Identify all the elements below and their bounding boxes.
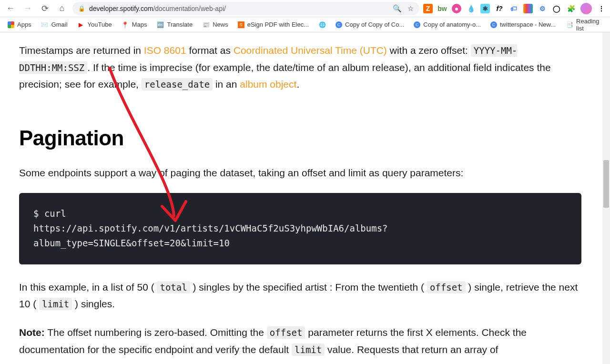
star-icon[interactable]: ☆ bbox=[407, 4, 414, 13]
text: in an bbox=[213, 79, 240, 90]
timestamps-paragraph: Timestamps are returned in ISO 8601 form… bbox=[19, 42, 581, 93]
extension-icon[interactable]: ● bbox=[452, 4, 461, 13]
translate-icon: 🔤 bbox=[156, 21, 164, 29]
code-token: SINGLE&offset bbox=[93, 238, 164, 248]
bookmark-translate[interactable]: 🔤 Translate bbox=[152, 19, 196, 30]
lock-icon: 🔒 bbox=[78, 5, 85, 12]
bookmark-gmail[interactable]: ✉️ Gmail bbox=[37, 19, 71, 30]
iso8601-link[interactable]: ISO 8601 bbox=[144, 45, 186, 56]
album-object-link[interactable]: album object bbox=[240, 79, 296, 90]
apps-button[interactable]: Apps bbox=[4, 19, 35, 30]
bookmark-label: Gmail bbox=[51, 21, 68, 28]
bookmark-youtube[interactable]: ▶ YouTube bbox=[73, 19, 116, 30]
back-button[interactable]: ← bbox=[4, 2, 17, 15]
apps-grid-icon bbox=[8, 21, 14, 28]
text: In this example, in a list of 50 ( bbox=[19, 282, 157, 293]
utc-link[interactable]: Coordinated Universal Time (UTC) bbox=[234, 45, 387, 56]
scrollbar-track[interactable] bbox=[602, 32, 610, 364]
react-devtools-icon[interactable]: ⚛ bbox=[480, 4, 490, 13]
scrollbar-thumb[interactable] bbox=[603, 160, 609, 208]
code-token: 10 bbox=[219, 238, 230, 248]
note-paragraph: Note: The offset numbering is zero-based… bbox=[19, 324, 581, 358]
chrome-menu-icon[interactable]: ⋮ bbox=[597, 4, 606, 13]
text: format as bbox=[186, 45, 234, 56]
code-token: = bbox=[88, 238, 93, 248]
bookmark-label: Copy of anatomy-o... bbox=[423, 21, 481, 28]
home-button[interactable]: ⌂ bbox=[55, 2, 69, 15]
bookmark-esign[interactable]: S eSign PDF with Elec... bbox=[234, 19, 313, 30]
code-token: 20&limit bbox=[170, 238, 214, 248]
text: Timestamps are returned in bbox=[19, 45, 144, 56]
code-token: = bbox=[164, 238, 170, 248]
bookmark-news[interactable]: 📰 News bbox=[198, 19, 232, 30]
extension-icon[interactable]: ◯ bbox=[552, 4, 561, 13]
globe-icon: 🌐 bbox=[318, 21, 326, 29]
offset-code: offset bbox=[427, 281, 466, 293]
pagination-heading: Pagination bbox=[19, 126, 581, 150]
reading-list-label: Reading list bbox=[576, 18, 601, 32]
text: ) singles by the specified artist : From… bbox=[190, 282, 427, 293]
text: ) singles. bbox=[72, 298, 115, 309]
bookmarks-bar: Apps ✉️ Gmail ▶ YouTube 📍 Maps 🔤 Transla… bbox=[0, 17, 610, 32]
extension-icon[interactable]: ⚙ bbox=[538, 4, 547, 13]
doc-icon: C bbox=[414, 21, 420, 28]
zoom-icon[interactable]: 🔍 bbox=[393, 4, 402, 13]
bookmark-copy1[interactable]: C Copy of Copy of Co... bbox=[332, 19, 408, 30]
gmail-icon: ✉️ bbox=[41, 21, 49, 29]
youtube-icon: ▶ bbox=[77, 21, 85, 29]
doc-icon: C bbox=[490, 21, 497, 28]
code-token: album_type bbox=[33, 238, 88, 248]
bookmark-label: Translate bbox=[167, 21, 193, 28]
reading-list-button[interactable]: 📑 Reading list bbox=[561, 16, 606, 34]
reload-button[interactable]: ⟳ bbox=[38, 2, 51, 15]
example-paragraph: In this example, in a list of 50 ( total… bbox=[19, 279, 581, 313]
code-line: $ curl bbox=[33, 208, 66, 219]
bookmark-label: eSign PDF with Elec... bbox=[247, 21, 309, 28]
bookmark-label: News bbox=[213, 21, 228, 28]
page-content: Timestamps are returned in ISO 8601 form… bbox=[0, 32, 600, 364]
browser-toolbar: ← → ⟳ ⌂ 🔒 developer.spotify.com/document… bbox=[0, 0, 610, 17]
extension-icons: Z bw ● 💧 ⚛ f? 🏷 ⚙ ◯ 🧩 ⋮ bbox=[423, 3, 606, 14]
code-line: https://api.spotify.com/v1/artists/1vCWH… bbox=[33, 223, 388, 233]
doc-icon: C bbox=[336, 21, 342, 28]
bookmark-label: twitterspace - New... bbox=[500, 21, 556, 28]
limit-code: limit bbox=[292, 344, 325, 356]
limit-code: limit bbox=[39, 298, 72, 310]
url-text: developer.spotify.com/documentation/web-… bbox=[89, 5, 226, 12]
pagination-intro: Some endpoints support a way of paging t… bbox=[19, 164, 581, 182]
bookmark-twitter[interactable]: C twitterspace - New... bbox=[487, 19, 559, 30]
reading-list-icon: 📑 bbox=[566, 21, 573, 29]
avatar[interactable] bbox=[580, 3, 592, 14]
note-label: Note: bbox=[19, 327, 45, 338]
bookmark-generic[interactable]: 🌐 bbox=[315, 19, 330, 30]
extension-icon[interactable]: f? bbox=[495, 4, 504, 13]
text: The offset numbering is zero-based. Omit… bbox=[45, 327, 267, 338]
release-date-code: release_date bbox=[142, 78, 213, 91]
extensions-menu-icon[interactable]: 🧩 bbox=[566, 4, 576, 13]
eyedropper-icon[interactable]: 💧 bbox=[466, 4, 476, 13]
bookmark-label: Copy of Copy of Co... bbox=[345, 21, 404, 28]
bookmark-label: Apps bbox=[17, 21, 31, 28]
extension-icon[interactable]: Z bbox=[423, 4, 433, 13]
code-token: = bbox=[214, 238, 219, 248]
text: . bbox=[296, 79, 299, 90]
address-bar[interactable]: 🔒 developer.spotify.com/documentation/we… bbox=[72, 2, 419, 15]
pdf-icon: S bbox=[238, 21, 244, 28]
extension-icon[interactable]: 🏷 bbox=[509, 4, 518, 13]
total-code: total bbox=[157, 281, 190, 293]
text: value. Requests that return an array of bbox=[325, 344, 498, 355]
news-icon: 📰 bbox=[202, 21, 210, 29]
offset-code: offset bbox=[267, 326, 305, 339]
bookmark-label: YouTube bbox=[88, 21, 112, 28]
bookmark-maps[interactable]: 📍 Maps bbox=[118, 19, 151, 30]
curl-code-block: $ curl https://api.spotify.com/v1/artist… bbox=[19, 193, 581, 264]
bookmark-copy2[interactable]: C Copy of anatomy-o... bbox=[410, 19, 485, 30]
extension-icon[interactable]: bw bbox=[437, 4, 447, 13]
bookmark-label: Maps bbox=[132, 21, 147, 28]
extension-icon[interactable] bbox=[523, 4, 533, 13]
maps-icon: 📍 bbox=[122, 21, 129, 29]
text: with a zero offset: bbox=[387, 45, 471, 56]
forward-button[interactable]: → bbox=[21, 2, 34, 15]
